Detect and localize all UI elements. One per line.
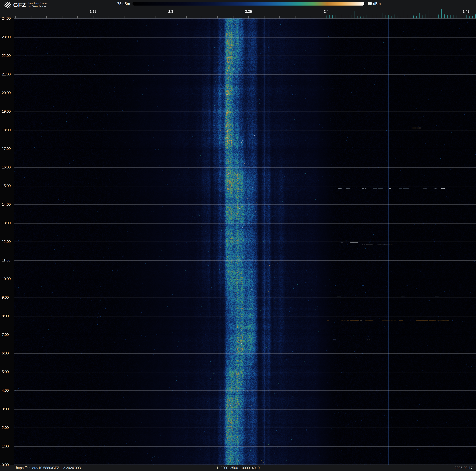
- colorbar-max-label: -55 dBm: [367, 1, 381, 6]
- brand-subtitle: Helmholtz Centre for Geosciences: [28, 2, 48, 8]
- colorbar-gradient: [133, 2, 364, 5]
- doi-link[interactable]: https://doi.org/10.5880/GFZ.1.2.2024.003: [16, 465, 81, 471]
- time-tick-label: 18:00: [2, 128, 14, 132]
- freq-tick-label: 2.3: [163, 10, 178, 14]
- time-tick-label: 14:00: [2, 202, 14, 206]
- time-tick-label: 4:00: [2, 388, 14, 392]
- time-tick-label: 16:00: [2, 165, 14, 169]
- time-tick-label: 24:00: [2, 17, 14, 20]
- time-tick-label: 21:00: [2, 72, 14, 76]
- time-tick-label: 23:00: [2, 35, 14, 39]
- freq-tick-label: 2.25: [85, 10, 101, 14]
- spectrogram-page: GFZ Helmholtz Centre for Geosciences -75…: [0, 0, 476, 471]
- brand-subtitle-line2: for Geosciences: [28, 5, 48, 8]
- time-tick-label: 6:00: [2, 351, 14, 355]
- footer-bar: https://doi.org/10.5880/GFZ.1.2.2024.003…: [0, 465, 476, 471]
- time-tick-label: 17:00: [2, 147, 14, 151]
- colorbar-legend: -75 dBm -55 dBm: [116, 1, 381, 6]
- time-tick-label: 1:00: [2, 444, 14, 448]
- filename-label: 1_2200_2500_10000_40_0: [216, 465, 259, 471]
- time-tick-label: 20:00: [2, 91, 14, 95]
- date-label: 2025-09-17: [455, 465, 473, 471]
- time-tick-label: 5:00: [2, 370, 14, 374]
- time-tick-label: 0:00: [2, 463, 14, 467]
- time-tick-label: 8:00: [2, 314, 14, 318]
- time-tick-label: 15:00: [2, 184, 14, 188]
- time-tick-label: 7:00: [2, 333, 14, 337]
- time-tick-label: 12:00: [2, 240, 14, 244]
- freq-tick-label: 2.4: [319, 10, 334, 14]
- time-tick-label: 2:00: [2, 426, 14, 430]
- time-tick-label: 22:00: [2, 54, 14, 58]
- freq-tick-label: 2.35: [241, 10, 256, 14]
- colorbar-min-label: -75 dBm: [116, 1, 130, 6]
- time-tick-label: 9:00: [2, 295, 14, 299]
- spectrogram-canvas: [15, 18, 476, 465]
- time-tick-label: 3:00: [2, 407, 14, 411]
- brand-subtitle-line1: Helmholtz Centre: [28, 2, 48, 5]
- time-tick-label: 13:00: [2, 221, 14, 225]
- time-tick-label: 11:00: [2, 258, 14, 262]
- brand-title: GFZ: [13, 2, 26, 8]
- freq-tick-label: 2.49: [458, 10, 474, 14]
- gfz-logo: GFZ Helmholtz Centre for Geosciences: [4, 1, 48, 9]
- time-tick-label: 19:00: [2, 109, 14, 113]
- time-tick-label: 10:00: [2, 277, 14, 281]
- gfz-logo-icon: [4, 1, 11, 9]
